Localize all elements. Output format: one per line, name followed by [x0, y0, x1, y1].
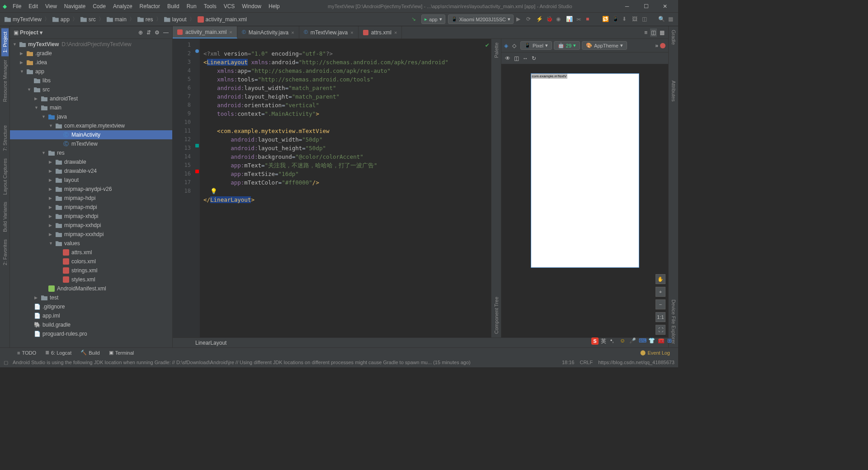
ide-settings-icon[interactable]: ▦: [668, 16, 675, 23]
view-split-icon[interactable]: ◫: [650, 28, 657, 37]
intention-bulb-icon[interactable]: 💡: [210, 188, 217, 195]
api-picker[interactable]: 🤖 29 ▾: [554, 41, 580, 50]
tree-mipmap-xh[interactable]: mipmap-xhdpi: [10, 212, 172, 221]
tab-mainactivity[interactable]: ⒸMainActivity.java×: [237, 26, 299, 38]
terminal-tool-button[interactable]: ▣ Terminal: [104, 350, 139, 356]
tree-libs[interactable]: libs: [10, 76, 172, 85]
device-picker[interactable]: 📱 Pixel ▾: [520, 41, 552, 50]
attach-debugger-icon[interactable]: ⫘: [576, 16, 583, 23]
device-preview[interactable]: com.example.mTextV: [531, 73, 639, 268]
tree-androidtest[interactable]: androidTest: [10, 94, 172, 103]
tree-main[interactable]: main: [10, 103, 172, 112]
menu-code[interactable]: Code: [89, 1, 109, 11]
palette-tool-button[interactable]: Palette: [493, 39, 500, 62]
menu-refactor[interactable]: Refactor: [136, 1, 164, 11]
tree-drawable-v24[interactable]: drawable-v24: [10, 166, 172, 176]
logcat-tool-button[interactable]: ≣ 6: Logcat: [41, 350, 76, 356]
view-code-icon[interactable]: ≡: [644, 29, 647, 36]
sync-gradle-icon[interactable]: 🔁: [602, 16, 609, 23]
search-everywhere-icon[interactable]: 🔍: [658, 16, 665, 23]
issues-badge[interactable]: [660, 43, 665, 48]
tree-mtextview[interactable]: ⒸmTextView: [10, 139, 172, 148]
close-icon[interactable]: ×: [291, 30, 294, 35]
tree-layout[interactable]: layout: [10, 176, 172, 185]
menu-vcs[interactable]: VCS: [220, 1, 239, 11]
component-tree-tool-button[interactable]: Component Tree: [493, 293, 500, 337]
event-log-button[interactable]: ⬤ Event Log: [636, 350, 675, 356]
tab-attrs[interactable]: attrs.xml×: [359, 26, 402, 38]
menu-navigate[interactable]: Navigate: [61, 1, 89, 11]
tree-buildgradle[interactable]: 🐘build.gradle: [10, 320, 172, 329]
tree-mipmap-any[interactable]: mipmap-anydpi-v26: [10, 185, 172, 194]
breadcrumb-file[interactable]: activity_main.xml: [196, 15, 249, 24]
make-project-icon[interactable]: ↘: [411, 16, 419, 23]
hide-icon[interactable]: —: [163, 29, 169, 36]
tree-java[interactable]: java: [10, 112, 172, 121]
design-surface[interactable]: com.example.mTextV ✋ + − 1:1 ⛶: [501, 64, 668, 337]
project-tool-button[interactable]: 1: Project: [1, 28, 9, 56]
debug-button[interactable]: 🐞: [546, 16, 553, 23]
apply-code-icon[interactable]: ⚡: [536, 16, 543, 23]
ime-tool-icon[interactable]: 🧰: [658, 337, 665, 345]
tree-styles[interactable]: styles.xml: [10, 275, 172, 284]
structure-tool-button[interactable]: 7: Structure: [1, 122, 9, 155]
tree-idea[interactable]: .idea: [10, 58, 172, 67]
code-editor[interactable]: 123456789101112131415161718 ✔<?xml versi…: [173, 39, 491, 337]
stop-button[interactable]: ■: [586, 16, 593, 23]
tree-mipmap-xxxh[interactable]: mipmap-xxxhdpi: [10, 230, 172, 239]
tree-values[interactable]: values: [10, 239, 172, 248]
zoom-fit-button[interactable]: 1:1: [656, 312, 665, 322]
maximize-button[interactable]: ☐: [639, 3, 653, 9]
resource-manager-icon[interactable]: 🖼: [632, 16, 639, 23]
project-tree[interactable]: myTextViewD:\AndroidPrject\myTextView .g…: [10, 39, 172, 347]
overflow-icon[interactable]: »: [655, 43, 658, 49]
tree-proguard[interactable]: 📄proguard-rules.pro: [10, 329, 172, 338]
favorites-tool-button[interactable]: 2: Favorites: [1, 236, 9, 269]
breadcrumb-res[interactable]: res: [136, 15, 155, 24]
tree-mainactivity[interactable]: ⒸMainActivity: [10, 130, 172, 139]
close-icon[interactable]: ×: [350, 30, 353, 35]
layout-captures-tool-button[interactable]: Layout Captures: [1, 155, 9, 199]
close-icon[interactable]: ×: [229, 29, 232, 35]
layers-icon[interactable]: ◫: [514, 55, 519, 62]
ime-keyboard-icon[interactable]: ⌨: [639, 337, 646, 345]
attributes-tool-button[interactable]: Attributes: [670, 77, 677, 105]
menu-build[interactable]: Build: [164, 1, 183, 11]
menu-help[interactable]: Help: [265, 1, 283, 11]
tree-appiml[interactable]: 📄app.iml: [10, 311, 172, 320]
project-panel-title[interactable]: Project ▾: [20, 29, 138, 36]
menu-view[interactable]: View: [42, 1, 61, 11]
ime-skin-icon[interactable]: 👕: [648, 337, 656, 345]
breadcrumb-app[interactable]: app: [51, 15, 71, 24]
tab-activity-main[interactable]: activity_main.xml×: [173, 26, 237, 38]
gradle-tool-button[interactable]: Gradle: [670, 26, 677, 48]
menu-run[interactable]: Run: [183, 1, 200, 11]
blueprint-icon[interactable]: ◇: [512, 43, 519, 49]
tree-mipmap-m[interactable]: mipmap-mdpi: [10, 203, 172, 212]
design-surface-icon[interactable]: ◈: [504, 43, 510, 49]
rotate-icon[interactable]: ↻: [532, 55, 536, 62]
tree-project-root[interactable]: myTextViewD:\AndroidPrject\myTextView: [10, 40, 172, 49]
ime-emoji-icon[interactable]: ☺: [620, 337, 627, 345]
todo-tool-button[interactable]: ≡ TODO: [13, 350, 41, 356]
close-button[interactable]: ✕: [658, 3, 672, 9]
locate-icon[interactable]: ⊕: [138, 29, 143, 36]
theme-picker[interactable]: 🎨 AppTheme ▾: [582, 41, 627, 50]
run-config-selector[interactable]: ▸app▾: [421, 14, 445, 24]
menu-file[interactable]: File: [9, 1, 25, 11]
coverage-icon[interactable]: ◉: [556, 16, 563, 23]
tree-gitignore[interactable]: 📄.gitignore: [10, 302, 172, 311]
tree-colors[interactable]: colors.xml: [10, 257, 172, 266]
menu-edit[interactable]: Edit: [25, 1, 42, 11]
ime-lang-icon[interactable]: 英: [601, 337, 608, 345]
close-icon[interactable]: ×: [394, 30, 397, 35]
line-separator[interactable]: CRLF: [580, 360, 593, 365]
sogou-icon[interactable]: S: [591, 337, 599, 345]
caret-position[interactable]: 18:16: [562, 360, 575, 365]
tree-drawable[interactable]: drawable: [10, 157, 172, 166]
ime-punct-icon[interactable]: •,: [610, 337, 618, 345]
minimize-button[interactable]: ─: [620, 3, 634, 9]
settings-icon[interactable]: ⚙: [155, 29, 160, 36]
tree-attrs[interactable]: attrs.xml: [10, 248, 172, 257]
collapse-all-icon[interactable]: ⇵: [146, 29, 151, 36]
